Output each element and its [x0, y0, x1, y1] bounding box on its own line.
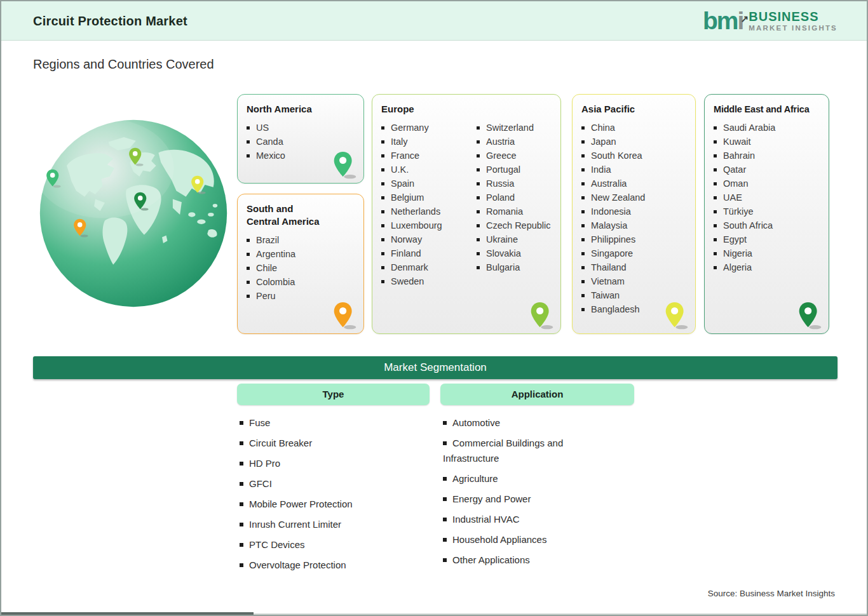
- list-item: Commercial Buildings and Infrastructure: [443, 436, 592, 466]
- world-globe: [38, 118, 229, 309]
- list-item: Poland: [477, 191, 552, 204]
- bullet-square-icon: [581, 126, 585, 130]
- logo-business-text: BUSINESS: [749, 10, 837, 23]
- bullet-square-icon: [240, 441, 243, 445]
- bullet-square-icon: [581, 308, 585, 311]
- globe-pin-south-america: [73, 218, 90, 238]
- bullet-square-icon: [477, 168, 480, 171]
- list-item: Agriculture: [443, 471, 592, 486]
- list-item: Canda: [247, 135, 355, 149]
- bullet-square-icon: [443, 538, 447, 542]
- region-card-title: Middle East and Africa: [714, 103, 820, 116]
- region-card-north-america: North America USCandaMexico: [237, 94, 364, 184]
- bullet-square-icon: [240, 462, 243, 465]
- globe-highlight: [38, 118, 174, 218]
- bullet-square-icon: [581, 294, 585, 297]
- list-item: Indonesia: [581, 204, 686, 218]
- bullet-square-icon: [714, 252, 717, 255]
- bullet-square-icon: [240, 421, 243, 425]
- list-item: Germany: [381, 121, 477, 135]
- segment-application-header: Application: [440, 384, 634, 405]
- bullet-square-icon: [581, 154, 585, 157]
- bullet-square-icon: [477, 154, 480, 157]
- logo-market-insights-text: MARKET INSIGHTS: [749, 23, 837, 32]
- globe-pin-asia-pacific: [191, 175, 207, 195]
- list-item: Czech Republic: [477, 218, 552, 232]
- list-item: India: [581, 163, 686, 177]
- list-item: Romania: [477, 204, 552, 218]
- bullet-square-icon: [581, 182, 585, 185]
- logo-mark-bm: bm: [703, 7, 738, 34]
- bullet-square-icon: [477, 140, 480, 144]
- region-card-asia-pacific: Asia Pacific ChinaJapanSouth KoreaIndiaA…: [572, 94, 696, 334]
- bullet-square-icon: [581, 224, 585, 227]
- list-item: Türkiye: [714, 204, 820, 218]
- region-card-title: South and Central America: [247, 203, 322, 228]
- region-country-list: ChinaJapanSouth KoreaIndiaAustraliaNew Z…: [581, 121, 686, 316]
- list-item: New Zealand: [581, 191, 686, 204]
- bullet-square-icon: [714, 140, 717, 144]
- list-item: Austria: [477, 135, 552, 149]
- bullet-square-icon: [581, 168, 585, 171]
- list-item: GFCI: [240, 476, 430, 492]
- list-item: China: [581, 121, 686, 135]
- bullet-square-icon: [247, 239, 250, 242]
- bullet-square-icon: [443, 518, 447, 521]
- map-pin-icon: [798, 302, 822, 330]
- bullet-square-icon: [477, 238, 480, 241]
- bullet-square-icon: [381, 182, 384, 185]
- bullet-square-icon: [240, 563, 243, 567]
- bullet-square-icon: [581, 238, 585, 241]
- bullet-square-icon: [381, 280, 384, 283]
- globe-pin-north-america: [46, 169, 62, 189]
- map-pin-icon: [333, 302, 357, 330]
- list-item: Mobile Power Protection: [240, 497, 430, 512]
- bullet-square-icon: [581, 196, 585, 199]
- region-card-middle-east-africa: Middle East and Africa Saudi ArabiaKuwai…: [704, 94, 829, 334]
- page-title: Circuit Protection Market: [33, 1, 187, 41]
- list-item: Malaysia: [581, 218, 686, 232]
- bullet-square-icon: [581, 266, 585, 269]
- bullet-square-icon: [247, 253, 250, 256]
- list-item: Japan: [581, 135, 686, 149]
- list-item: Ukraine: [477, 232, 552, 246]
- bullet-square-icon: [443, 421, 447, 425]
- list-item: Denmark: [381, 260, 477, 274]
- list-item: Bulgaria: [477, 260, 552, 274]
- list-item: Greece: [477, 149, 552, 163]
- bullet-square-icon: [443, 558, 447, 562]
- map-pin-icon: [333, 151, 357, 180]
- bullet-square-icon: [240, 543, 243, 547]
- list-item: Other Applications: [443, 552, 592, 568]
- list-item: UAE: [714, 191, 820, 204]
- list-item: Singapore: [581, 246, 686, 260]
- bullet-square-icon: [581, 252, 585, 255]
- list-item: Inrush Current Limiter: [240, 517, 430, 532]
- bullet-square-icon: [381, 266, 384, 269]
- list-item: PTC Devices: [240, 537, 430, 552]
- list-item: Fuse: [240, 415, 430, 431]
- bullet-square-icon: [714, 182, 717, 185]
- list-item: Netherlands: [381, 204, 477, 218]
- europe-country-columns: GermanyItalyFranceU.K.SpainBelgiumNether…: [381, 121, 552, 288]
- logo-wordmark: BUSINESS MARKET INSIGHTS: [749, 10, 837, 32]
- bullet-square-icon: [381, 140, 384, 144]
- list-item: Slovakia: [477, 246, 552, 260]
- bullet-square-icon: [477, 182, 480, 185]
- list-item: Kuwait: [714, 135, 820, 149]
- bullet-square-icon: [714, 210, 717, 213]
- region-country-list: Saudi ArabiaKuwaitBahrainQatarOmanUAETür…: [714, 121, 820, 274]
- bullet-square-icon: [477, 224, 480, 227]
- company-logo: bmi BUSINESS MARKET INSIGHTS: [703, 6, 837, 36]
- list-item: Chile: [247, 261, 355, 275]
- region-card-europe: Europe GermanyItalyFranceU.K.SpainBelgiu…: [372, 94, 561, 334]
- bullet-square-icon: [381, 224, 384, 227]
- region-card-title: Asia Pacific: [581, 103, 686, 116]
- header-bar: Circuit Protection Market bmi BUSINESS M…: [1, 1, 867, 41]
- bullet-square-icon: [714, 154, 717, 157]
- globe-pin-europe: [128, 147, 145, 167]
- bullet-square-icon: [443, 477, 447, 481]
- bullet-square-icon: [581, 280, 585, 283]
- list-item: South Korea: [581, 149, 686, 163]
- bullet-square-icon: [477, 196, 480, 199]
